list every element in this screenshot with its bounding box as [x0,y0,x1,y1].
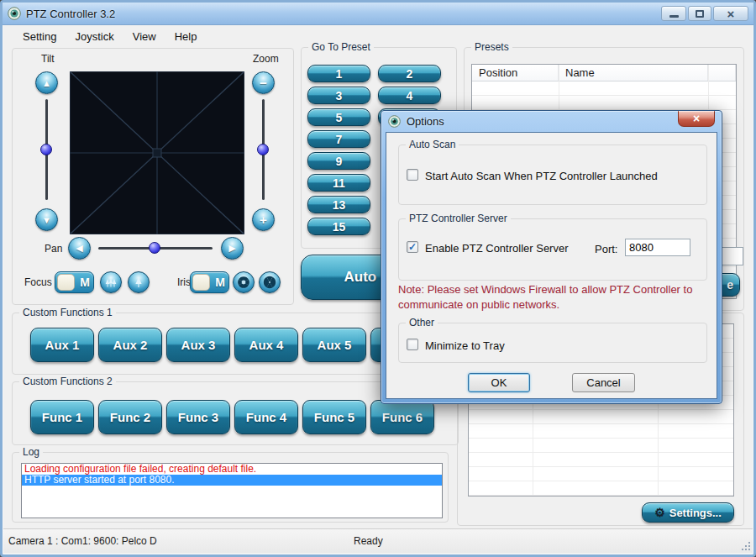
server-group-title: PTZ Controller Server [406,213,511,224]
close-button[interactable]: × [713,6,748,21]
zoom-slider-thumb[interactable] [257,144,269,155]
minus-icon: − [260,76,267,90]
dialog-title: Options [407,115,444,128]
pan-left-button[interactable]: ◀ [68,237,91,260]
log-title: Log [19,446,43,458]
column-extra[interactable] [708,65,736,81]
column-position[interactable]: Position [472,65,559,81]
preset-button-13[interactable]: 13 [307,196,370,213]
joystick-pad[interactable] [70,71,244,234]
column-name[interactable]: Name [559,65,708,81]
preset-button-4[interactable]: 4 [378,87,441,104]
log-entry-selected[interactable]: HTTP server started at port 8080. [22,475,442,486]
titlebar[interactable]: PTZ Controller 3.2 × [3,3,753,25]
maximize-icon [696,10,704,18]
menu-help[interactable]: Help [165,27,207,46]
func-3-button[interactable]: Func 3 [166,400,230,434]
status-connection: Camera 1 : Com1: 9600: Pelco D [8,535,157,547]
zoom-out-button[interactable]: − [252,71,275,94]
window-title: PTZ Controller 3.2 [26,8,115,20]
client-area: Tilt ▲ ▼ Zoom − + Pan [3,47,753,528]
custom-functions-1-title: Custom Functions 1 [19,307,116,318]
preset-button-11[interactable]: 11 [307,174,370,192]
firewall-note: Note: Please set Windows Firewall to all… [398,282,712,313]
trees-icon [104,276,118,289]
port-label: Port: [595,243,617,255]
func-1-button[interactable]: Func 1 [30,400,94,434]
pan-label: Pan [45,243,62,255]
preset-button-2[interactable]: 2 [378,65,441,82]
preset-button-3[interactable]: 3 [307,87,370,104]
preset-button-1[interactable]: 1 [307,65,370,82]
menu-setting[interactable]: Setting [13,27,66,46]
status-bar: Camera 1 : Com1: 9600: Pelco D Ready [3,528,753,553]
dialog-titlebar[interactable]: Options [381,111,722,132]
aux-2-button[interactable]: Aux 2 [98,328,162,362]
pan-right-button[interactable]: ▶ [221,237,244,260]
func-2-button[interactable]: Func 2 [98,400,162,434]
dialog-content: Auto Scan Start Auto Scan When PTZ Contr… [386,132,717,399]
menubar: Setting Joystick View Help [3,25,753,47]
options-dialog: Options × Auto Scan Start Auto Scan When… [381,110,722,404]
preset-button-7[interactable]: 7 [307,130,370,148]
minimize-button[interactable] [661,6,686,21]
ok-button[interactable]: OK [468,373,530,392]
aperture-close-icon [263,276,276,289]
aux-1-button[interactable]: Aux 1 [30,328,94,362]
iris-close-button[interactable] [259,271,281,293]
menu-joystick[interactable]: Joystick [66,27,123,46]
focus-manual-toggle[interactable]: M [55,271,94,293]
iris-manual-toggle[interactable]: M [190,271,229,293]
focus-far-button[interactable] [128,271,150,293]
menu-view[interactable]: View [123,27,165,46]
status-state: Ready [354,535,383,547]
preset-button-5[interactable]: 5 [307,108,370,126]
tilt-slider-thumb[interactable] [40,144,52,155]
log-panel: Log Loading configuration file failed, c… [12,452,449,523]
tilt-up-button[interactable]: ▲ [35,71,58,94]
resize-grip[interactable] [748,549,750,550]
auto-scan-checkbox[interactable] [407,169,418,181]
aux-3-button[interactable]: Aux 3 [166,328,230,362]
func-6-button[interactable]: Func 6 [370,400,434,434]
pan-slider-thumb[interactable] [149,242,160,254]
func-5-button[interactable]: Func 5 [302,400,366,434]
port-input[interactable] [625,239,690,256]
minimize-to-tray-checkbox-label: Minimize to Tray [425,339,505,352]
aux-4-button[interactable]: Aux 4 [234,328,298,362]
checkmark-icon: ✓ [408,242,417,252]
preset-button-9[interactable]: 9 [307,152,370,170]
minimize-to-tray-checkbox[interactable] [407,339,418,350]
minimize-icon [669,15,679,18]
plus-icon: + [260,213,267,227]
cancel-button[interactable]: Cancel [572,373,635,392]
joystick-panel: Tilt ▲ ▼ Zoom − + Pan [12,48,294,305]
gear-icon: ⚙ [654,506,665,519]
auto-scan-group-title: Auto Scan [406,139,459,150]
app-window: PTZ Controller 3.2 × Setting Joystick Vi… [0,0,756,557]
auto-scan-checkbox-label: Start Auto Scan When PTZ Controller Laun… [425,170,658,182]
dialog-close-button[interactable]: × [678,111,715,127]
preset-button-15[interactable]: 15 [307,218,370,235]
tilt-label: Tilt [41,53,55,65]
maximize-button[interactable] [688,6,711,21]
aux-5-button[interactable]: Aux 5 [302,328,366,362]
close-icon: × [727,8,735,20]
iris-open-button[interactable] [233,271,255,293]
tilt-down-button[interactable]: ▼ [35,208,58,231]
log-list[interactable]: Loading configuration file failed, creat… [21,463,443,518]
zoom-in-button[interactable]: + [252,208,275,231]
settings-button[interactable]: ⚙ Settings... [642,502,734,523]
func-4-button[interactable]: Func 4 [234,400,298,434]
down-arrow-icon: ▼ [42,215,51,225]
focus-near-button[interactable] [100,271,122,293]
aperture-open-icon [237,276,250,289]
close-icon: × [693,112,700,125]
enable-server-checkbox[interactable]: ✓ [407,241,418,253]
manual-label: M [212,272,228,292]
left-arrow-icon: ◀ [76,243,82,254]
toggle-knob [57,274,75,291]
enable-server-checkbox-label: Enable PTZ Controller Server [425,242,569,255]
manual-label: M [76,272,93,292]
go-to-preset-title: Go To Preset [308,41,374,53]
